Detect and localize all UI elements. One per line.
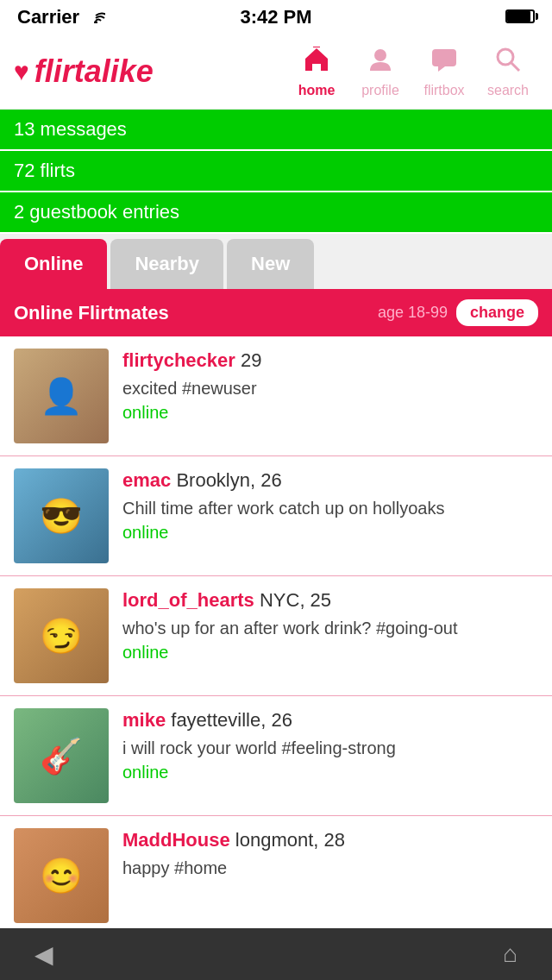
status-time: 3:42 PM xyxy=(240,6,311,28)
user-status-text-mike: i will rock your world #feeling-strong xyxy=(122,737,538,759)
wifi-icon xyxy=(86,6,105,28)
user-meta-flirtychecker: 29 xyxy=(235,349,262,371)
filter-right: age 18-99 change xyxy=(378,299,538,326)
status-left: Carrier xyxy=(17,6,105,28)
flirtbox-icon xyxy=(430,45,459,81)
view-tabs: Online Nearby New xyxy=(0,234,552,289)
logo-heart-icon: ♥ xyxy=(14,57,29,86)
username-mike[interactable]: mike xyxy=(122,709,166,731)
user-name-line-emac: emac Brooklyn, 26 xyxy=(122,468,538,493)
user-item-flirtychecker[interactable]: 👤flirtychecker 29excited #newuseronline xyxy=(0,336,552,456)
messages-notification[interactable]: 13 messages xyxy=(0,110,552,149)
tab-new[interactable]: New xyxy=(227,239,314,289)
svg-point-0 xyxy=(94,21,97,23)
user-info-mike: mike fayetteville, 26i will rock your wo… xyxy=(122,708,538,782)
avatar-image-flirtychecker: 👤 xyxy=(14,349,109,443)
user-avatar-maddhouse: 😊 xyxy=(14,828,109,923)
bottom-bar: ◀ ⌂ xyxy=(0,928,552,980)
search-icon xyxy=(493,45,523,81)
user-item-mike[interactable]: 🎸mike fayetteville, 26i will rock your w… xyxy=(0,696,552,816)
svg-point-4 xyxy=(498,49,513,65)
user-item-maddhouse[interactable]: 😊MaddHouse longmont, 28happy #home xyxy=(0,816,552,936)
svg-point-2 xyxy=(374,49,386,61)
profile-icon xyxy=(366,45,395,81)
user-info-maddhouse: MaddHouse longmont, 28happy #home xyxy=(122,828,538,883)
svg-line-5 xyxy=(511,63,519,71)
user-item-emac[interactable]: 😎emac Brooklyn, 26Chill time after work … xyxy=(0,456,552,576)
user-avatar-flirtychecker: 👤 xyxy=(14,349,109,443)
user-meta-mike: fayetteville, 26 xyxy=(166,709,292,731)
user-meta-maddhouse: longmont, 28 xyxy=(230,829,345,851)
user-status-text-lord_of_hearts: who's up for an after work drink? #going… xyxy=(122,617,538,639)
home-bottom-icon[interactable]: ⌂ xyxy=(503,940,518,968)
user-item-lord_of_hearts[interactable]: 😏lord_of_hearts NYC, 25who's up for an a… xyxy=(0,576,552,696)
nav-profile[interactable]: profile xyxy=(350,41,411,102)
user-info-flirtychecker: flirtychecker 29excited #newuseronline xyxy=(122,349,538,423)
user-info-emac: emac Brooklyn, 26Chill time after work c… xyxy=(122,468,538,543)
username-maddhouse[interactable]: MaddHouse xyxy=(122,829,230,851)
nav-bar: home profile flirtbox xyxy=(286,41,538,102)
user-status-text-maddhouse: happy #home xyxy=(122,857,538,879)
nav-search[interactable]: search xyxy=(478,41,538,102)
filter-title: Online Flirtmates xyxy=(14,302,169,324)
avatar-image-lord_of_hearts: 😏 xyxy=(14,588,109,683)
back-arrow-icon[interactable]: ◀ xyxy=(34,940,53,969)
username-emac[interactable]: emac xyxy=(122,469,171,491)
user-status-text-flirtychecker: excited #newuser xyxy=(122,377,538,399)
user-name-line-flirtychecker: flirtychecker 29 xyxy=(122,349,538,374)
status-bar: Carrier 3:42 PM xyxy=(0,0,552,35)
tab-nearby[interactable]: Nearby xyxy=(110,239,223,289)
nav-home-label: home xyxy=(298,83,336,98)
home-icon xyxy=(302,45,331,81)
nav-profile-label: profile xyxy=(361,83,399,98)
online-status-mike: online xyxy=(122,763,538,782)
change-age-button[interactable]: change xyxy=(456,299,538,326)
guestbook-notification[interactable]: 2 guestbook entries xyxy=(0,192,552,232)
svg-rect-3 xyxy=(432,49,456,66)
logo-text: flirtalike xyxy=(34,53,154,90)
user-name-line-lord_of_hearts: lord_of_hearts NYC, 25 xyxy=(122,588,538,613)
user-list: 👤flirtychecker 29excited #newuseronline😎… xyxy=(0,336,552,936)
user-status-text-emac: Chill time after work catch up on hollyo… xyxy=(122,497,538,519)
nav-search-label: search xyxy=(487,83,529,98)
avatar-image-emac: 😎 xyxy=(14,468,109,563)
user-info-lord_of_hearts: lord_of_hearts NYC, 25who's up for an af… xyxy=(122,588,538,663)
avatar-image-mike: 🎸 xyxy=(14,708,109,803)
tab-online[interactable]: Online xyxy=(0,239,107,289)
user-avatar-mike: 🎸 xyxy=(14,708,109,803)
user-avatar-emac: 😎 xyxy=(14,468,109,563)
nav-flirtbox-label: flirtbox xyxy=(423,83,464,98)
username-lord_of_hearts[interactable]: lord_of_hearts xyxy=(122,589,254,611)
user-meta-lord_of_hearts: NYC, 25 xyxy=(254,589,331,611)
flirts-notification[interactable]: 72 flirts xyxy=(0,151,552,191)
user-name-line-mike: mike fayetteville, 26 xyxy=(122,708,538,733)
user-name-line-maddhouse: MaddHouse longmont, 28 xyxy=(122,828,538,853)
user-avatar-lord_of_hearts: 😏 xyxy=(14,588,109,683)
online-status-lord_of_hearts: online xyxy=(122,643,538,663)
nav-home[interactable]: home xyxy=(286,41,347,102)
user-meta-emac: Brooklyn, 26 xyxy=(171,469,281,491)
filter-bar: Online Flirtmates age 18-99 change xyxy=(0,289,552,336)
svg-rect-1 xyxy=(313,47,320,47)
avatar-image-maddhouse: 😊 xyxy=(14,828,109,923)
online-status-flirtychecker: online xyxy=(122,403,538,423)
carrier-label: Carrier xyxy=(17,6,79,28)
app-logo: ♥ flirtalike xyxy=(14,53,154,90)
online-status-emac: online xyxy=(122,523,538,543)
age-range-label: age 18-99 xyxy=(378,304,448,322)
username-flirtychecker[interactable]: flirtychecker xyxy=(122,349,235,371)
battery-indicator xyxy=(505,6,535,28)
app-header: ♥ flirtalike home profile xyxy=(0,35,552,110)
nav-flirtbox[interactable]: flirtbox xyxy=(414,41,474,102)
